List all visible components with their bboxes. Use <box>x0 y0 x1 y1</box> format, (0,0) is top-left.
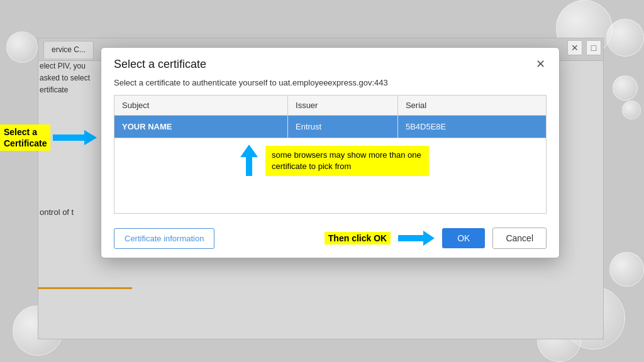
ok-arrow <box>398 231 435 246</box>
dialog-subtitle: Select a certificate to authenticate you… <box>101 78 559 95</box>
maximize-button[interactable]: □ <box>586 40 601 55</box>
close-button[interactable]: ✕ <box>567 40 582 55</box>
cell-serial: 5B4D5E8E <box>397 116 546 138</box>
ok-arrow-head <box>423 231 435 246</box>
certificate-dialog: Select a certificate ✕ Select a certific… <box>101 47 560 258</box>
ok-button[interactable]: OK <box>442 228 485 248</box>
dialog-titlebar: Select a certificate ✕ <box>101 48 559 78</box>
table-row[interactable]: YOUR NAMEEntrust5B4D5E8E <box>114 116 547 138</box>
footer-right-actions: Then click OK OK Cancel <box>325 228 547 249</box>
cancel-button[interactable]: Cancel <box>492 228 547 249</box>
table-header-row: Subject Issuer Serial <box>114 96 547 116</box>
certificate-table-area: Subject Issuer Serial YOUR NAMEEntrust5B… <box>101 95 559 214</box>
then-click-ok-label: Then click OK <box>325 232 391 244</box>
bg-bubble-3 <box>613 75 638 101</box>
dialog-footer: Certificate information Then click OK OK… <box>101 219 559 258</box>
arrow-head <box>84 130 97 145</box>
bg-bubble-10 <box>609 252 644 287</box>
certificate-table: Subject Issuer Serial YOUR NAMEEntrust5B… <box>114 95 547 138</box>
annotation-arrow <box>53 130 97 145</box>
up-arrow-head <box>240 145 258 157</box>
bg-bubble-2 <box>606 19 644 57</box>
col-header-serial: Serial <box>397 96 546 116</box>
dialog-close-button[interactable]: ✕ <box>531 55 549 73</box>
more-certs-annotation: some browsers may show more than one cer… <box>265 146 429 176</box>
bg-bubble-7 <box>6 31 38 63</box>
cell-issuer: Entrust <box>288 116 398 138</box>
arrow-body <box>53 134 84 141</box>
col-header-issuer: Issuer <box>288 96 398 116</box>
bg-bubble-9 <box>622 101 641 119</box>
annotation-text: Select a Certificate <box>0 124 50 151</box>
select-certificate-annotation: Select a Certificate <box>0 124 97 151</box>
certificate-information-button[interactable]: Certificate information <box>114 228 214 249</box>
cell-subject: YOUR NAME <box>114 116 288 138</box>
window-controls: ✕ □ <box>567 40 601 55</box>
ok-arrow-body <box>398 235 423 241</box>
up-arrow <box>240 145 258 176</box>
cert-table-extra-area: some browsers may show more than one cer… <box>114 138 547 214</box>
dialog-title: Select a certificate <box>114 58 206 71</box>
col-header-subject: Subject <box>114 96 288 116</box>
up-arrow-body <box>246 157 252 176</box>
